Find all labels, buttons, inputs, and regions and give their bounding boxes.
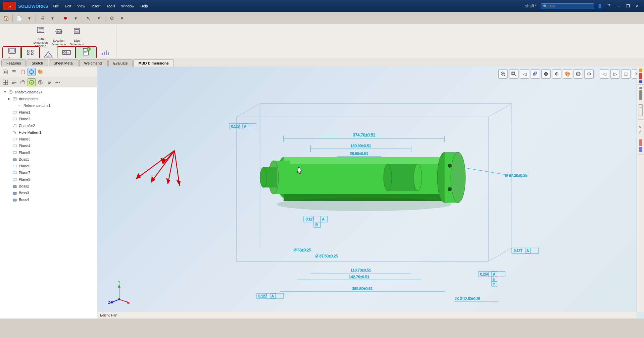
tree-plane1[interactable]: Plane1 [0, 109, 97, 116]
menu-help[interactable]: Help [138, 3, 151, 9]
collapse-btn[interactable] [19, 78, 27, 86]
basic-location-dimension-btn[interactable]: □ BasicLocationDimension [3, 47, 21, 58]
sep3 [59, 14, 59, 22]
plane7-label: Plane7 [19, 171, 30, 175]
list-view-btn[interactable]: ☰ [10, 68, 18, 76]
prev-window-btn[interactable]: ◁ [600, 69, 609, 79]
location-dimension-btn[interactable]: xxx LocationDimension [50, 26, 67, 46]
home-btn[interactable]: 🏠 [1, 13, 11, 23]
minimize-btn[interactable]: ─ [614, 3, 623, 9]
tree-plane4[interactable]: Plane4 [0, 142, 97, 149]
tree-plane8[interactable]: Plane8 [0, 176, 97, 183]
restore-btn[interactable]: ❐ [624, 3, 632, 9]
sw-resources-tab[interactable] [638, 68, 644, 85]
menu-insert[interactable]: Insert [89, 3, 103, 9]
auto-dimension-btn[interactable]: A AutoDimensionScheme [32, 26, 49, 46]
view-settings-vp-btn[interactable]: ⚙ [584, 69, 594, 79]
rebuild-btn[interactable] [61, 13, 70, 23]
hide-show-btn[interactable] [552, 69, 561, 79]
datum-btn[interactable]: △ Datum [40, 47, 57, 58]
tab-weldments[interactable]: Weldments [79, 59, 108, 67]
feature-manager-icon-btn[interactable] [1, 68, 9, 76]
expand-root[interactable]: ▼ [3, 90, 7, 94]
boss1-label: Boss1 [19, 157, 29, 161]
next-window-btn[interactable]: ▷ [610, 69, 620, 79]
print-btn[interactable]: 🖨 [38, 13, 47, 23]
tab-features[interactable]: Features [1, 59, 26, 67]
menu-tools[interactable]: Tools [104, 3, 118, 9]
menu-window[interactable]: Window [118, 3, 137, 9]
view-orientation-btn[interactable] [531, 69, 540, 79]
display-style-btn[interactable] [541, 69, 551, 79]
toggle-btn[interactable] [10, 78, 18, 86]
property-view-btn[interactable]: 📋 [19, 68, 27, 76]
tree-root[interactable]: ▼ shaft<Scheme2> [0, 89, 97, 95]
tree-hole-pattern1[interactable]: Hole Pattern1 [0, 129, 97, 136]
annotation-view-btn[interactable]: A [28, 78, 36, 86]
previous-view-btn[interactable]: ◁ [520, 69, 529, 79]
pattern-feature-btn[interactable]: PatternFeature [21, 47, 39, 58]
expand-annotations[interactable]: ▶ [7, 96, 11, 101]
print-drop[interactable]: ▾ [48, 13, 57, 23]
tree-boss3[interactable]: Boss3 [0, 189, 97, 196]
menu-file[interactable]: File [50, 3, 62, 9]
tab-evaluate[interactable]: Evaluate [108, 59, 133, 67]
single-view-btn[interactable]: □ [621, 69, 631, 79]
select-drop[interactable]: ▾ [94, 13, 103, 23]
menu-edit[interactable]: Edit [62, 3, 74, 9]
tree-plane5[interactable]: Plane5 [0, 149, 97, 156]
new-btn[interactable]: 📄 [14, 13, 24, 23]
chamfer2-label: Chamfer2 [19, 124, 35, 128]
chamfer2-icon [12, 123, 17, 128]
tree-plane6[interactable]: Plane6 [0, 163, 97, 169]
tree-annotations[interactable]: ▶ Annotations [0, 95, 97, 102]
svg-point-77 [13, 131, 15, 132]
tab-mbd-dimensions[interactable]: MBD Dimensions [133, 59, 174, 67]
boss2-icon [12, 183, 17, 189]
viewport-toolbar: ◁ 🎨 [498, 69, 641, 79]
save-btn[interactable]: ▾ [24, 13, 34, 23]
tab-sketch[interactable]: Sketch [27, 59, 48, 67]
viewport[interactable]: ◁ 🎨 [97, 67, 644, 319]
size-dimension-btn[interactable]: xxx SizeDimension [68, 26, 86, 46]
rebuild-drop[interactable]: ▾ [71, 13, 80, 23]
filter-btn[interactable] [36, 78, 44, 86]
close-btn[interactable]: ✕ [633, 3, 641, 9]
tree-plane3[interactable]: Plane3 [0, 136, 97, 142]
expand-chamfer2 [7, 123, 11, 128]
menu-view[interactable]: View [75, 3, 88, 9]
view-settings-btn[interactable]: ⊕ [45, 78, 53, 86]
svg-point-120 [451, 152, 465, 203]
options-btn[interactable]: ⚙ [107, 13, 116, 23]
display-manager-tab[interactable] [638, 138, 644, 155]
additional-btn[interactable] [54, 78, 62, 86]
scene-bg-btn[interactable] [574, 69, 583, 79]
sep4 [82, 14, 82, 22]
property-manager-tab[interactable] [638, 85, 644, 102]
config-manager-tab[interactable] [638, 103, 644, 120]
show-tolerance-status-btn[interactable]: + ShowToleranceStatus [76, 47, 96, 58]
tree-plane2[interactable]: Plane2 [0, 116, 97, 122]
tolanalyst-btn[interactable]: TolAnalystStudy [97, 47, 114, 58]
options-drop[interactable]: ▾ [117, 13, 127, 23]
plane4-icon [12, 143, 17, 149]
user-icon[interactable]: 👤 [596, 3, 604, 9]
crosshair-btn[interactable] [28, 68, 36, 76]
tree-boss1[interactable]: Boss1 [0, 156, 97, 163]
select-btn[interactable]: ↖ [84, 13, 93, 23]
tab-sheet-metal[interactable]: Sheet Metal [49, 59, 79, 67]
tree-boss4[interactable]: Boss4 [0, 196, 97, 203]
tree-plane7[interactable]: Plane7 [0, 169, 97, 176]
appearance-btn[interactable]: 🎨 [36, 68, 44, 76]
search-input[interactable] [548, 4, 589, 8]
zoom-to-fit-btn[interactable] [498, 69, 508, 79]
expand-all-btn[interactable] [1, 78, 9, 86]
tree-chamfer2[interactable]: Chamfer2 [0, 122, 97, 129]
dimxpert-tab[interactable]: D X [638, 120, 644, 137]
zoom-to-selection-btn[interactable] [509, 69, 518, 79]
edit-appearance-btn[interactable]: 🎨 [563, 69, 572, 79]
tree-boss2[interactable]: Boss2 [0, 183, 97, 189]
geometric-tolerance-btn[interactable]: ○ 0.1 GeometricTolerance [58, 47, 75, 58]
help-icon[interactable]: ? [605, 3, 613, 9]
tree-refline1[interactable]: Reference Line1 [0, 102, 97, 109]
